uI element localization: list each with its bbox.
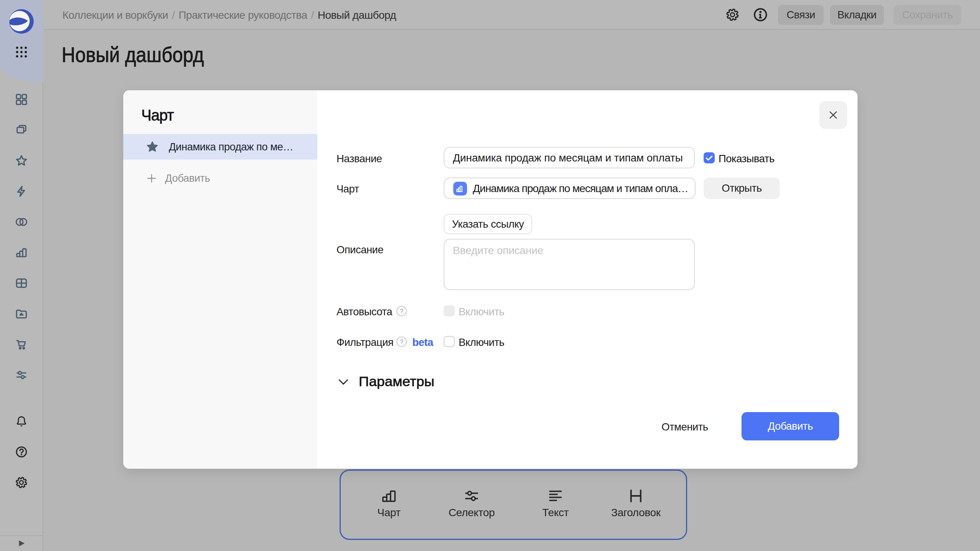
svg-text:?: ? — [400, 308, 403, 315]
svg-text:?: ? — [400, 338, 403, 345]
